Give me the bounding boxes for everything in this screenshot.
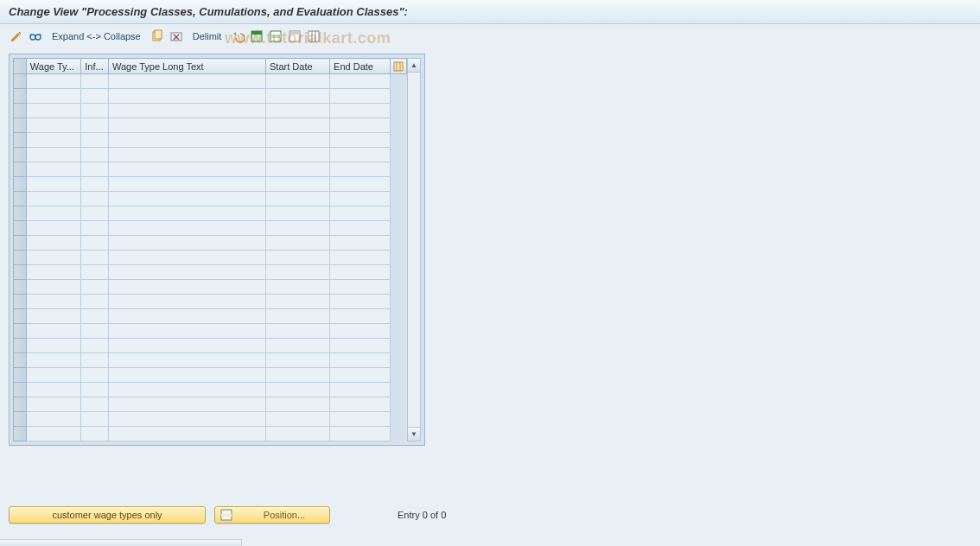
table-cell[interactable] (109, 309, 266, 324)
table-cell[interactable] (266, 133, 330, 148)
row-selector[interactable] (14, 339, 27, 353)
table-cell[interactable] (81, 177, 109, 192)
table-row[interactable] (14, 265, 407, 280)
table-cell[interactable] (81, 148, 109, 162)
table-cell[interactable] (26, 295, 80, 309)
table-cell[interactable] (266, 177, 330, 192)
table-cell[interactable] (330, 368, 391, 383)
row-selector[interactable] (14, 104, 27, 118)
table-cell[interactable] (26, 427, 80, 441)
table-cell[interactable] (81, 118, 109, 133)
table-cell[interactable] (266, 206, 330, 221)
row-selector[interactable] (14, 309, 27, 324)
col-wage-type-long-text[interactable]: Wage Type Long Text (109, 59, 266, 74)
table-cell[interactable] (26, 133, 80, 148)
table-cell[interactable] (266, 162, 330, 177)
table-cell[interactable] (109, 251, 266, 265)
table-cell[interactable] (330, 353, 391, 368)
customer-wage-types-button[interactable]: customer wage types only (9, 506, 206, 524)
table-cell[interactable] (330, 397, 391, 412)
table-row[interactable] (14, 221, 407, 236)
table-cell[interactable] (109, 324, 266, 339)
table-cell[interactable] (26, 339, 80, 353)
table-cell[interactable] (266, 353, 330, 368)
table-cell[interactable] (26, 251, 80, 265)
table-cell[interactable] (330, 133, 391, 148)
table-cell[interactable] (109, 368, 266, 383)
table-cell[interactable] (26, 162, 80, 177)
table-cell[interactable] (266, 265, 330, 280)
table-cell[interactable] (109, 104, 266, 118)
table-row[interactable] (14, 397, 407, 412)
table-cell[interactable] (109, 74, 266, 89)
table-cell[interactable] (330, 309, 391, 324)
table-cell[interactable] (330, 177, 391, 192)
table-cell[interactable] (330, 265, 391, 280)
table-cell[interactable] (81, 397, 109, 412)
scroll-track[interactable] (408, 73, 420, 427)
table-cell[interactable] (266, 104, 330, 118)
table-row[interactable] (14, 427, 407, 441)
table-cell[interactable] (26, 368, 80, 383)
row-selector[interactable] (14, 324, 27, 339)
table-cell[interactable] (109, 383, 266, 397)
table-cell[interactable] (330, 148, 391, 162)
table-cell[interactable] (26, 104, 80, 118)
table-cell[interactable] (330, 427, 391, 441)
table-cell[interactable] (330, 192, 391, 206)
row-selector[interactable] (14, 177, 27, 192)
table-cell[interactable] (330, 118, 391, 133)
table-cell[interactable] (26, 324, 80, 339)
table-cell[interactable] (81, 206, 109, 221)
table-row[interactable] (14, 236, 407, 251)
table-cell[interactable] (109, 412, 266, 427)
table-row[interactable] (14, 162, 407, 177)
table-cell[interactable] (330, 339, 391, 353)
row-selector[interactable] (14, 192, 27, 206)
deselect-all-icon[interactable] (287, 29, 302, 44)
table-cell[interactable] (266, 427, 330, 441)
delimit-button[interactable]: Delimit (188, 31, 227, 41)
display-change-icon[interactable] (9, 29, 24, 44)
table-cell[interactable] (330, 412, 391, 427)
scroll-down-icon[interactable]: ▼ (408, 427, 420, 441)
table-cell[interactable] (109, 280, 266, 295)
table-cell[interactable] (266, 148, 330, 162)
table-row[interactable] (14, 74, 407, 89)
row-selector[interactable] (14, 74, 27, 89)
table-cell[interactable] (81, 353, 109, 368)
expand-collapse-button[interactable]: Expand <-> Collapse (47, 31, 146, 41)
table-cell[interactable] (109, 118, 266, 133)
table-row[interactable] (14, 118, 407, 133)
table-cell[interactable] (109, 177, 266, 192)
table-cell[interactable] (26, 192, 80, 206)
table-row[interactable] (14, 177, 407, 192)
table-cell[interactable] (109, 427, 266, 441)
position-button[interactable]: Position... (214, 506, 330, 524)
table-row[interactable] (14, 192, 407, 206)
delete-icon[interactable] (169, 29, 184, 44)
table-cell[interactable] (266, 118, 330, 133)
table-cell[interactable] (81, 192, 109, 206)
table-cell[interactable] (266, 339, 330, 353)
table-cell[interactable] (26, 206, 80, 221)
table-cell[interactable] (81, 339, 109, 353)
row-selector[interactable] (14, 368, 27, 383)
table-cell[interactable] (81, 74, 109, 89)
col-end-date[interactable]: End Date (330, 59, 391, 74)
col-start-date[interactable]: Start Date (266, 59, 330, 74)
table-cell[interactable] (330, 206, 391, 221)
table-cell[interactable] (26, 177, 80, 192)
table-cell[interactable] (81, 133, 109, 148)
table-row[interactable] (14, 133, 407, 148)
table-cell[interactable] (109, 192, 266, 206)
table-cell[interactable] (26, 118, 80, 133)
table-cell[interactable] (26, 412, 80, 427)
table-cell[interactable] (266, 383, 330, 397)
table-cell[interactable] (266, 221, 330, 236)
row-selector[interactable] (14, 89, 27, 104)
table-cell[interactable] (266, 368, 330, 383)
table-cell[interactable] (266, 397, 330, 412)
table-cell[interactable] (26, 74, 80, 89)
table-row[interactable] (14, 251, 407, 265)
